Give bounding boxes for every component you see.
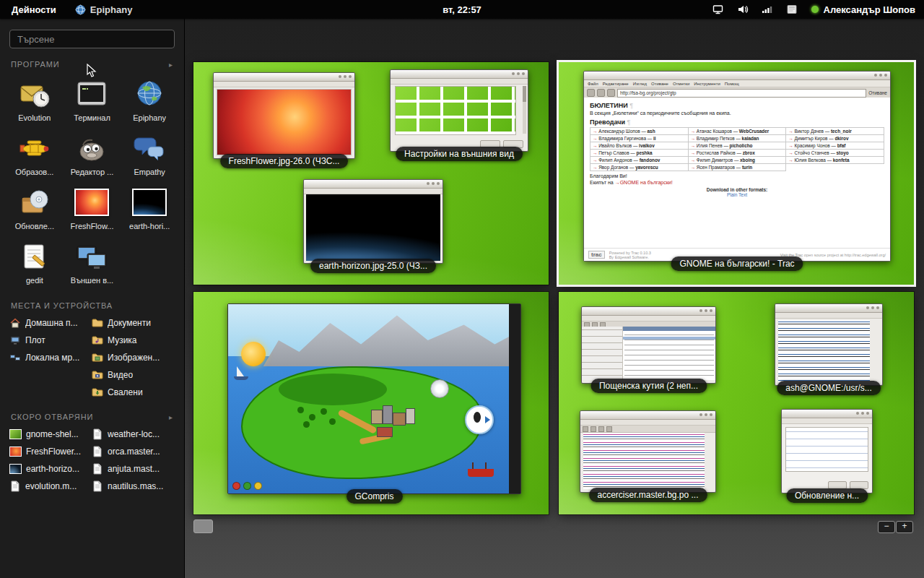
go-button[interactable]: Отиване: [868, 90, 887, 95]
place-item-videos[interactable]: Видео: [92, 366, 174, 384]
window-menubar: [775, 313, 882, 319]
recent-item-gnome-shell[interactable]: gnome-shel...: [9, 426, 92, 443]
translator-name[interactable]: Явор Доганов: [598, 165, 628, 170]
recent-item-freshflower[interactable]: FreshFlower...: [9, 443, 92, 460]
app-item-gimp[interactable]: Редактор ...: [64, 127, 121, 180]
window-freshflower[interactable]: FreshFlower.jpg-26.0 (ЧЗС...: [213, 72, 355, 159]
workspace-add-button[interactable]: +: [896, 521, 913, 533]
menu-item[interactable]: Инструменти: [694, 82, 720, 86]
menu-item[interactable]: Файл: [588, 82, 598, 86]
translator-name[interactable]: Илия Пенев: [697, 143, 723, 148]
window-appearance-settings[interactable]: Настройки на външния вид: [390, 69, 528, 152]
app-item-freshflower[interactable]: FreshFlow...: [64, 181, 121, 234]
workspace-remove-button[interactable]: −: [878, 521, 895, 533]
translator-name[interactable]: Виктор Дачев: [795, 129, 824, 134]
recent-item-weather-loc[interactable]: weather-loc...: [92, 426, 174, 443]
window-terminal[interactable]: ash@GNOME:/usr/s...: [775, 303, 883, 386]
app-item-software-update[interactable]: Обновле...: [6, 181, 63, 234]
app-label: Обновле...: [15, 222, 54, 230]
translator-name[interactable]: Ясен Праматаров: [697, 165, 735, 170]
search-input[interactable]: [16, 33, 168, 46]
recent-item-evolution-file[interactable]: evolution.m...: [9, 478, 92, 495]
translator-name[interactable]: Владимир Петков: [697, 136, 735, 141]
place-item-music[interactable]: Музика: [92, 332, 174, 349]
team-link[interactable]: GNOME на български!: [620, 180, 673, 185]
window-browser-trac[interactable]: Файл Редактиране Изглед Отиване Отметки …: [583, 71, 891, 262]
menu-item[interactable]: Изглед: [633, 82, 647, 86]
workspace-3[interactable]: GCompris: [193, 292, 549, 514]
app-item-displays[interactable]: Външен в...: [64, 236, 121, 288]
menu-item[interactable]: Редактиране: [603, 82, 629, 86]
network-signal-icon[interactable]: [762, 4, 773, 15]
window-earth-horizon[interactable]: earth-horizon.jpg-25.0 (ЧЗ...: [303, 179, 443, 264]
translator-name[interactable]: Петър Славов: [598, 150, 629, 155]
app-item-gcompris[interactable]: Образов...: [6, 127, 63, 180]
sailboat-icon: [237, 366, 244, 376]
software-update-icon: [17, 185, 52, 220]
translator-name[interactable]: Красимир Чонов: [795, 143, 830, 148]
translator-name[interactable]: Александър Шопов: [598, 129, 640, 134]
app-item-gedit[interactable]: gedit: [6, 236, 63, 288]
back-button[interactable]: [587, 89, 595, 97]
window-gcompris[interactable]: GCompris: [227, 303, 521, 494]
translator-name[interactable]: Ростислав Райков: [697, 150, 736, 155]
window-po-editor[interactable]: accerciser.master.bg.po ...: [580, 410, 716, 493]
clock[interactable]: вт, 22:57: [443, 4, 481, 15]
translator-name[interactable]: Юлия Велкова: [795, 158, 826, 163]
app-item-evolution[interactable]: Evolution: [6, 73, 63, 126]
recent-item-orca[interactable]: orca.master...: [92, 443, 174, 460]
menu-item[interactable]: Отметки: [673, 82, 689, 86]
window-title-pill: GCompris: [346, 489, 402, 504]
window-update[interactable]: Обновление н...: [781, 409, 873, 493]
workspace-4[interactable]: Пощенска кутия (2 неп... ash@GNOME:/usr/…: [559, 292, 914, 514]
translator-name[interactable]: Филип Димитров: [697, 158, 733, 163]
window-mail[interactable]: Пощенска кутия (2 неп...: [581, 306, 716, 384]
translator-cell: → Явор Доганов — yavorescu: [590, 164, 689, 171]
translator-name[interactable]: Стойчо Станчев: [795, 150, 829, 155]
search-box[interactable]: [9, 30, 175, 48]
plain-text-link[interactable]: Plain Text: [590, 192, 884, 197]
place-item-pictures[interactable]: Изображен...: [92, 349, 174, 366]
place-item-downloads[interactable]: Свалени: [92, 384, 174, 401]
recent-expand-arrow-icon[interactable]: ▸: [169, 413, 173, 421]
place-item-documents[interactable]: Документи: [92, 314, 174, 332]
translators-table: → Александър Шопов — ash → Атанас Кошаро…: [590, 127, 884, 171]
epiphany-icon: [75, 4, 86, 15]
translator-name[interactable]: Филип Андонов: [598, 158, 632, 163]
recent-item-earth-horizon[interactable]: earth-horizo...: [9, 460, 92, 478]
app-label: Редактор ...: [71, 168, 114, 176]
programs-expand-arrow-icon[interactable]: ▸: [169, 61, 173, 69]
tux-badge-icon[interactable]: [465, 405, 494, 434]
workspace-indicator[interactable]: [193, 519, 213, 533]
place-item-desktop[interactable]: Плот: [9, 332, 92, 349]
user-menu[interactable]: Александър Шопов: [811, 4, 915, 15]
recent-item-anjuta[interactable]: anjuta.mast...: [92, 460, 174, 478]
volume-icon[interactable]: [737, 4, 749, 15]
menu-item[interactable]: Помощ: [725, 82, 739, 86]
display-icon[interactable]: [712, 4, 724, 15]
forward-button[interactable]: [597, 89, 605, 97]
gcompris-controls[interactable]: [232, 482, 262, 490]
workspace-2-active[interactable]: Файл Редактиране Изглед Отиване Отметки …: [559, 62, 914, 285]
app-item-empathy[interactable]: Empathy: [121, 127, 178, 180]
activities-button[interactable]: Дейности: [7, 2, 61, 17]
focused-app-menu[interactable]: Epiphany: [75, 4, 133, 15]
translator-name[interactable]: Атанас Кошаров: [697, 129, 732, 134]
translator-nick: kaladan: [742, 136, 759, 141]
translator-name[interactable]: Владимира Гиргинова: [598, 136, 646, 141]
recent-item-nautilus[interactable]: nautilus.mas...: [92, 478, 174, 495]
keyboard-input-icon[interactable]: [786, 4, 798, 15]
place-item-home[interactable]: Домашна п...: [9, 314, 92, 332]
workspace-1[interactable]: FreshFlower.jpg-26.0 (ЧЗС... Настройки н…: [193, 62, 549, 285]
gcompris-forest: [279, 374, 387, 405]
translator-name[interactable]: Димитър Киров: [795, 136, 828, 141]
address-bar[interactable]: http://fsa-bg.org/project/gtp: [617, 89, 866, 98]
app-item-earth-horizon[interactable]: earth-hori...: [121, 181, 178, 234]
translator-name[interactable]: Ивайло Вълков: [598, 143, 632, 148]
place-item-local-network[interactable]: Локална мр...: [9, 349, 92, 366]
app-item-epiphany[interactable]: Epiphany: [121, 73, 178, 126]
menu-item[interactable]: Отиване: [651, 82, 668, 86]
reload-button[interactable]: [607, 89, 615, 97]
scrollbar[interactable]: [523, 86, 526, 134]
focused-app-label: Epiphany: [90, 4, 133, 15]
